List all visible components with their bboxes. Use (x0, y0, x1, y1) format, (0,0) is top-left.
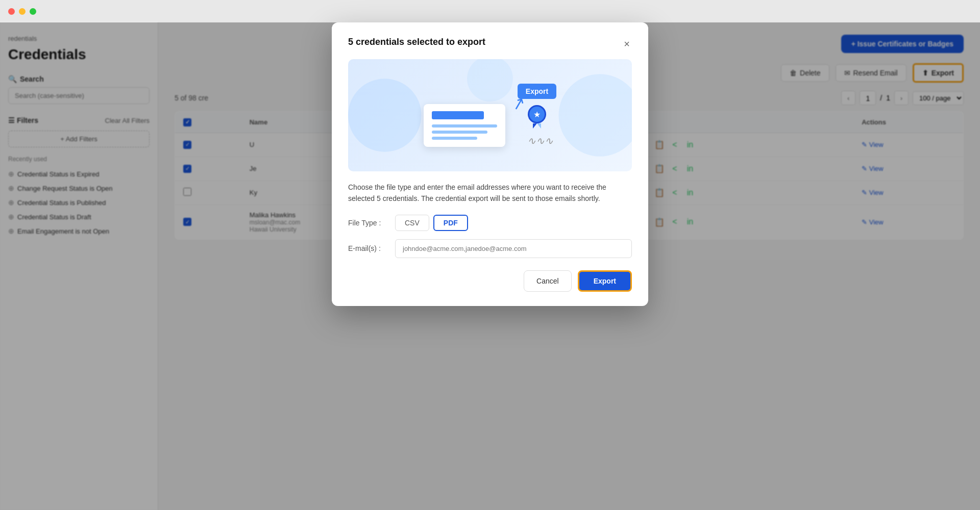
export-modal: 5 credentials selected to export × ↗ (332, 22, 648, 306)
hero-signature: ∿∿∿ (527, 135, 553, 147)
modal-description: Choose the file type and enter the email… (348, 182, 632, 205)
file-type-label: File Type : (348, 219, 389, 227)
hero-content: ↗ Export ★ ∿∿∿ (424, 84, 556, 147)
titlebar (0, 0, 980, 22)
close-window-btn[interactable] (8, 8, 15, 15)
pdf-type-btn[interactable]: PDF (433, 215, 468, 231)
hero-medal: ★ (528, 105, 546, 129)
email-row: E-mail(s) : (348, 239, 632, 258)
modal-hero-illustration: ↗ Export ★ ∿∿∿ (348, 59, 632, 171)
cancel-button[interactable]: Cancel (524, 270, 572, 292)
medal-circle: ★ (528, 105, 546, 123)
file-type-options: CSV PDF (395, 215, 468, 231)
hero-doc-line-2 (432, 131, 487, 134)
modal-title: 5 credentials selected to export (348, 37, 485, 47)
modal-header: 5 credentials selected to export × (348, 37, 632, 51)
modal-footer: Cancel Export (348, 270, 632, 292)
file-type-row: File Type : CSV PDF (348, 215, 632, 231)
maximize-window-btn[interactable] (30, 8, 36, 15)
minimize-window-btn[interactable] (19, 8, 26, 15)
email-label: E-mail(s) : (348, 244, 389, 252)
app-container: redentials Credentials 🔍 Search ☰ Filter… (0, 22, 980, 510)
hero-doc-line-1 (432, 124, 497, 128)
csv-type-btn[interactable]: CSV (395, 215, 429, 231)
export-confirm-button[interactable]: Export (578, 270, 632, 292)
hero-doc-line-3 (432, 137, 478, 140)
medal-ribbon (533, 123, 541, 129)
hero-doc-title-bar (432, 111, 484, 119)
hero-document: ↗ (424, 104, 505, 147)
svg-point-1 (559, 74, 632, 156)
modal-close-button[interactable]: × (622, 37, 632, 51)
email-input[interactable] (395, 239, 632, 258)
svg-point-0 (348, 79, 421, 151)
